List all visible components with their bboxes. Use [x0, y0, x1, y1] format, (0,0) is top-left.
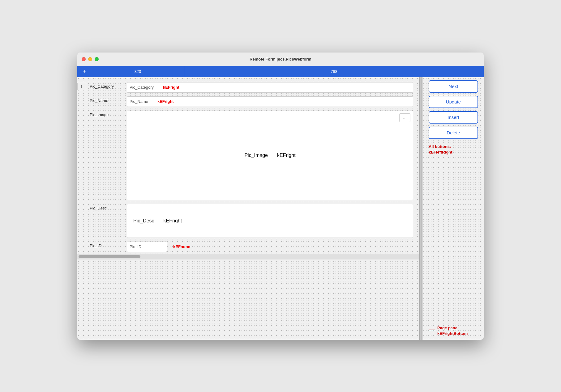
- pic-desc-kef: kEFright: [164, 218, 182, 224]
- app-window: Remote Form pics.PicsWebform + 320 768 f…: [77, 53, 484, 340]
- arrow-line: [429, 330, 435, 330]
- pic-desc-labels: Pic_Desc kEFright: [133, 218, 182, 224]
- toolbar: + 320 768: [77, 66, 484, 77]
- main-form: Pic_Category Pic_Category kEFright Pic_N…: [77, 80, 419, 254]
- horizontal-scrollbar[interactable]: [77, 254, 419, 259]
- pic-id-field-name: Pic_ID: [130, 244, 141, 249]
- pic-name-row: Pic_Name Pic_Name kEFright: [87, 95, 416, 109]
- pic-id-label: Pic_ID: [90, 242, 127, 248]
- pic-name-kef: kEFright: [157, 99, 174, 104]
- pic-image-field[interactable]: ... Pic_Image kEFright: [127, 111, 413, 200]
- pic-image-labels: Pic_Image kEFright: [244, 153, 295, 158]
- pic-category-input[interactable]: Pic_Category kEFright: [127, 82, 413, 93]
- pic-name-input[interactable]: Pic_Name kEFright: [127, 96, 413, 107]
- segment-768[interactable]: 768: [184, 66, 484, 77]
- delete-button[interactable]: Delete: [429, 127, 478, 139]
- ellipsis-button[interactable]: ...: [399, 113, 410, 122]
- pic-desc-input-area: Pic_Desc kEFright: [127, 204, 413, 238]
- pic-image-label: Pic_Image: [90, 111, 127, 117]
- traffic-lights: [82, 57, 99, 61]
- pic-name-input-area: Pic_Name kEFright: [127, 96, 413, 107]
- pic-name-field-name: Pic_Name: [130, 99, 148, 104]
- window-title: Remote Form pics.PicsWebform: [250, 57, 311, 61]
- next-button[interactable]: Next: [429, 80, 478, 93]
- titlebar: Remote Form pics.PicsWebform: [77, 53, 484, 66]
- pic-id-row: Pic_ID Pic_ID kEFnone: [87, 240, 416, 254]
- update-button[interactable]: Update: [429, 96, 478, 108]
- pic-category-kef: kEFright: [163, 85, 179, 90]
- pic-image-field-name: Pic_Image: [244, 153, 268, 158]
- pic-category-field-name: Pic_Category: [130, 85, 154, 90]
- segment-320[interactable]: 320: [92, 66, 184, 77]
- pic-desc-field-name: Pic_Desc: [133, 218, 154, 224]
- close-button[interactable]: [82, 57, 86, 61]
- pic-id-input[interactable]: Pic_ID: [127, 242, 167, 252]
- pic-image-kef: kEFright: [277, 153, 296, 158]
- minimize-button[interactable]: [88, 57, 92, 61]
- pic-image-row: Pic_Image ... Pic_Image kEFright: [87, 109, 416, 202]
- page-pane-label: Page pane: kEFrightBottom: [437, 325, 468, 336]
- side-pane: Next Update Insert Delete All buttons: k…: [422, 77, 484, 340]
- content-area: f Pic_Category Pic_Category kEFright: [77, 77, 484, 340]
- insert-button[interactable]: Insert: [429, 111, 478, 124]
- pic-category-label: Pic_Category: [90, 82, 127, 89]
- vertical-resizer[interactable]: [419, 77, 422, 340]
- form-pane: f Pic_Category Pic_Category kEFright: [77, 77, 419, 340]
- pic-category-input-area: Pic_Category kEFright: [127, 82, 413, 93]
- maximize-button[interactable]: [95, 57, 99, 61]
- buttons-annotation: All buttons: kEFleftRight: [429, 144, 477, 155]
- add-button[interactable]: +: [77, 66, 92, 77]
- pic-desc-row: Pic_Desc Pic_Desc kEFright: [87, 202, 416, 240]
- pic-id-kef: kEFnone: [173, 244, 190, 249]
- f-badge: f: [77, 83, 86, 90]
- scrollbar-thumb[interactable]: [79, 255, 140, 258]
- pic-name-label: Pic_Name: [90, 96, 127, 103]
- pic-id-input-area: Pic_ID kEFnone: [127, 242, 190, 252]
- pic-desc-label: Pic_Desc: [90, 204, 127, 210]
- pic-category-row: Pic_Category Pic_Category kEFright: [87, 80, 416, 95]
- page-pane-annotation: Page pane: kEFrightBottom: [429, 317, 477, 336]
- pic-image-input-area: ... Pic_Image kEFright: [127, 111, 413, 200]
- pic-desc-field[interactable]: Pic_Desc kEFright: [127, 204, 413, 238]
